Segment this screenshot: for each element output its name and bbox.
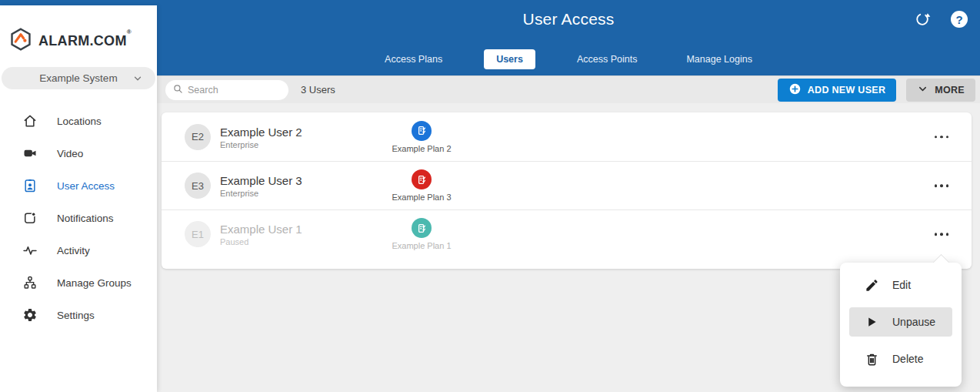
- notification-icon: [22, 209, 38, 226]
- avatar: E3: [185, 173, 211, 199]
- refresh-icon[interactable]: [912, 9, 932, 29]
- access-plan-icon: [412, 169, 432, 189]
- access-plan-label: Example Plan 1: [360, 241, 483, 250]
- avatar: E2: [185, 124, 211, 150]
- id-badge-icon: [22, 177, 38, 194]
- menu-item-delete[interactable]: Delete: [849, 340, 952, 377]
- header-main: User Access Access Plans Users Access Po…: [157, 0, 980, 75]
- user-name: Example User 2: [220, 125, 302, 138]
- user-subtitle: Enterprise: [220, 189, 302, 198]
- access-plan: Example Plan 1: [360, 218, 483, 250]
- tab-bar: Access Plans Users Access Points Manage …: [157, 49, 980, 69]
- menu-item-label: Edit: [892, 279, 911, 291]
- tab-access-points[interactable]: Access Points: [569, 49, 645, 69]
- search-box[interactable]: [165, 80, 288, 100]
- sidebar-item-notifications[interactable]: Notifications: [0, 202, 157, 234]
- sidebar-item-activity[interactable]: Activity: [0, 234, 157, 266]
- chevron-down-icon: [132, 73, 143, 87]
- toolbar-actions: ADD NEW USER MORE: [778, 79, 980, 102]
- user-list-card: E2 Example User 2 Enterprise Example Pla…: [162, 112, 972, 269]
- sidebar-item-label: Settings: [57, 310, 95, 321]
- user-info: Example User 2 Enterprise: [220, 125, 302, 149]
- row-context-menu: Edit Unpause Delete: [840, 263, 962, 387]
- user-subtitle: Enterprise: [220, 139, 302, 149]
- add-new-user-button[interactable]: ADD NEW USER: [778, 79, 897, 102]
- user-count-label: 3 Users: [301, 84, 335, 95]
- brand-hexagon-icon: [8, 26, 34, 55]
- user-row[interactable]: E1 Example User 1 Paused Example Plan 1: [162, 209, 972, 258]
- tab-manage-logins[interactable]: Manage Logins: [678, 49, 759, 69]
- video-camera-icon: [22, 145, 38, 162]
- access-plan: Example Plan 3: [360, 169, 483, 202]
- system-selector-label: Example System: [39, 72, 117, 84]
- avatar: E1: [185, 221, 211, 247]
- help-glyph: ?: [951, 11, 968, 28]
- page-title: User Access: [157, 10, 980, 28]
- play-icon: [863, 313, 880, 330]
- menu-item-label: Delete: [892, 353, 923, 365]
- sidebar-nav: Locations Video User Access Notification…: [0, 105, 157, 331]
- app-window: User Access Access Plans Users Access Po…: [0, 0, 980, 392]
- menu-item-edit[interactable]: Edit: [849, 266, 952, 303]
- row-actions-menu-icon[interactable]: [930, 228, 954, 240]
- tab-access-plans[interactable]: Access Plans: [377, 49, 450, 69]
- toolbar: 3 Users ADD NEW USER MORE: [157, 75, 980, 103]
- user-name: Example User 1: [220, 223, 302, 236]
- access-plan: Example Plan 2: [360, 121, 483, 153]
- tab-users[interactable]: Users: [484, 49, 535, 69]
- chevron-down-icon: [917, 83, 928, 97]
- sidebar: ALARM.COM® Example System Locations Vide…: [0, 5, 157, 392]
- user-info: Example User 1 Paused: [220, 223, 302, 246]
- plus-circle-icon: [788, 82, 802, 98]
- user-name: Example User 3: [220, 174, 302, 187]
- help-icon[interactable]: ?: [949, 9, 969, 29]
- sidebar-item-video[interactable]: Video: [0, 137, 157, 169]
- menu-item-unpause[interactable]: Unpause: [849, 307, 952, 337]
- system-selector[interactable]: Example System: [2, 67, 155, 89]
- user-row[interactable]: E3 Example User 3 Enterprise Example Pla…: [162, 161, 972, 209]
- registered-mark: ®: [127, 28, 132, 35]
- access-plan-icon: [412, 121, 432, 141]
- header-icons: ?: [912, 9, 969, 29]
- home-icon: [22, 112, 38, 129]
- sidebar-item-label: Activity: [57, 245, 90, 256]
- add-new-user-label: ADD NEW USER: [808, 85, 886, 95]
- sidebar-item-label: Locations: [57, 116, 102, 127]
- access-plan-label: Example Plan 2: [360, 144, 483, 153]
- sidebar-item-locations[interactable]: Locations: [0, 105, 157, 137]
- user-row[interactable]: E2 Example User 2 Enterprise Example Pla…: [162, 112, 972, 161]
- sidebar-item-manage-groups[interactable]: Manage Groups: [0, 266, 157, 299]
- access-plan-label: Example Plan 3: [360, 193, 483, 202]
- trash-icon: [863, 350, 880, 367]
- brand-name: ALARM.COM®: [38, 33, 132, 49]
- user-subtitle: Paused: [220, 237, 302, 246]
- group-hierarchy-icon: [22, 274, 38, 291]
- search-input[interactable]: [188, 85, 280, 95]
- sidebar-item-label: Video: [57, 148, 83, 159]
- activity-pulse-icon: [22, 242, 38, 259]
- sidebar-item-label: Manage Groups: [57, 277, 132, 289]
- more-button[interactable]: MORE: [906, 79, 975, 102]
- pencil-icon: [863, 276, 880, 293]
- more-label: MORE: [935, 85, 965, 95]
- row-actions-menu-icon[interactable]: [930, 131, 954, 143]
- access-plan-icon: [412, 218, 432, 238]
- sidebar-item-label: Notifications: [57, 213, 114, 224]
- sidebar-item-user-access[interactable]: User Access: [0, 169, 157, 202]
- brand-logo: ALARM.COM®: [0, 5, 157, 61]
- user-info: Example User 3 Enterprise: [220, 174, 302, 198]
- search-icon: [173, 83, 183, 97]
- sidebar-item-label: User Access: [57, 180, 115, 192]
- sidebar-item-settings[interactable]: Settings: [0, 299, 157, 331]
- gear-icon: [22, 307, 38, 323]
- row-actions-menu-icon[interactable]: [930, 179, 954, 192]
- menu-item-label: Unpause: [892, 316, 935, 328]
